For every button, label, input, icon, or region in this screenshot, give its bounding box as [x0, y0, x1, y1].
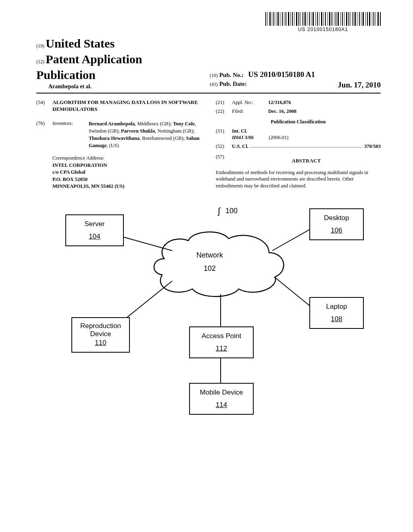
doc-type: Patent Application Publication: [36, 52, 142, 81]
code-21: (21): [216, 99, 232, 106]
intcl-symbol: H04J 3/06: [232, 135, 254, 140]
corr-line-4: MINNEAPOLIS, MN 55402 (US): [52, 183, 201, 190]
corr-line-2: c/o CPA Global: [52, 169, 201, 176]
pubno: US 2010/0150180 A1: [248, 70, 315, 79]
right-column: (21) Appl. No.: 12/316,876 (22) Filed: D…: [216, 99, 381, 190]
code-52: (52): [216, 143, 232, 150]
code-76: (76): [36, 120, 52, 150]
corr-line-1: INTEL CORPORATION: [52, 162, 201, 169]
code-57: (57): [216, 154, 232, 166]
network-cloud-label: Network 102: [196, 251, 223, 274]
reference-leader: ∫: [218, 206, 220, 217]
patent-cover-page: US 20100150180A1 (19) United States (12)…: [0, 0, 413, 448]
inventors-label: Inventors:: [52, 120, 89, 150]
intcl-date: (2006.01): [269, 135, 288, 140]
corr-line-3: P.O. BOX 52050: [52, 176, 201, 183]
barcode: [265, 12, 381, 26]
code-22: (22): [216, 108, 232, 114]
desktop-box: Desktop 106: [309, 208, 364, 241]
pubclass-header: Publication Classification: [216, 118, 381, 125]
abstract-header: ABSTRACT: [232, 158, 381, 164]
server-box: Server 104: [65, 214, 124, 247]
reproduction-device-box: Reproduction Device 110: [71, 317, 130, 353]
filed-date: Dec. 16, 2008: [268, 108, 296, 114]
uscl-label: U.S. Cl.: [232, 143, 248, 150]
divider: [36, 93, 381, 94]
svg-line-0: [122, 237, 172, 251]
country: United States: [46, 37, 115, 50]
applno-label: Appl. No.:: [232, 99, 268, 106]
ref-100: 100: [225, 206, 238, 216]
authors: Arambepola et al.: [48, 83, 202, 90]
pubdate-label: Pub. Date:: [219, 81, 247, 87]
uscl-value: 370/503: [364, 143, 381, 150]
applno: 12/316,876: [268, 100, 291, 105]
pubdate: Jun. 17, 2010: [338, 80, 381, 90]
code-12: (12): [36, 59, 44, 65]
code-54: (54): [36, 99, 52, 118]
code-10: (10): [210, 73, 218, 79]
invention-title: ALGORITHM FOR MANAGING DATA LOSS IN SOFT…: [52, 99, 201, 113]
filed-label: Filed:: [232, 108, 268, 114]
code-43: (43): [210, 81, 218, 88]
laptop-box: Laptop 108: [309, 297, 364, 329]
left-column: (54) ALGORITHM FOR MANAGING DATA LOSS IN…: [36, 99, 201, 190]
dotted-leader: [251, 143, 362, 148]
correspondence-label: Correspondence Address:: [52, 155, 201, 162]
svg-line-1: [272, 229, 311, 251]
code-19: (19): [36, 43, 44, 50]
inventors-list: Bernard Arambepola, Middlesex (GB); Tony…: [89, 120, 201, 150]
mobile-device-box: Mobile Device 114: [189, 383, 254, 415]
barcode-text: US 20100150180A1: [265, 27, 381, 33]
pubno-label: Pub. No.:: [219, 72, 244, 78]
figure-1: ∫ 100 Network 102 Server 104 Desktop 106…: [51, 206, 366, 432]
code-51: (51): [216, 128, 232, 141]
access-point-box: Access Point 112: [189, 326, 254, 359]
intcl-label: Int. Cl.: [232, 128, 247, 134]
barcode-block: US 20100150180A1: [36, 12, 381, 33]
svg-line-2: [274, 277, 311, 307]
abstract-text: Embodiments of methods for receiving and…: [216, 169, 381, 190]
